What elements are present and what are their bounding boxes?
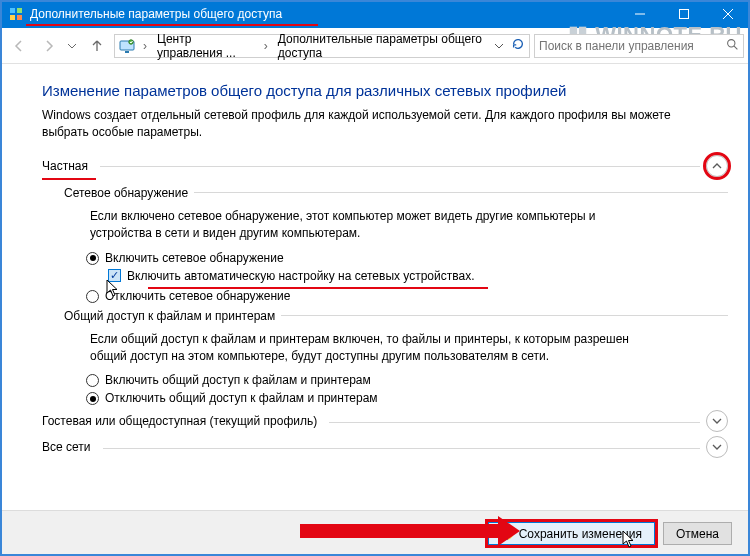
- close-button[interactable]: [706, 0, 750, 28]
- cancel-button[interactable]: Отмена: [663, 522, 732, 545]
- subsection-network-discovery: Сетевое обнаружение Если включено сетево…: [64, 186, 728, 303]
- svg-point-15: [728, 39, 735, 46]
- collapse-button[interactable]: [706, 155, 728, 177]
- minimize-button[interactable]: [618, 0, 662, 28]
- annotation-underline: [26, 24, 318, 26]
- navigation-bar: › Центр управления ... › Дополнительные …: [0, 28, 750, 64]
- breadcrumb-item[interactable]: Центр управления ...: [155, 32, 256, 60]
- back-button[interactable]: [6, 33, 32, 59]
- footer: Сохранить изменения Отмена: [0, 510, 750, 556]
- address-dropdown[interactable]: [493, 42, 505, 50]
- maximize-button[interactable]: [662, 0, 706, 28]
- svg-rect-0: [10, 8, 15, 13]
- subsection-text: Если общий доступ к файлам и принтерам в…: [90, 331, 650, 366]
- page-description: Windows создает отдельный сетевой профил…: [42, 107, 682, 142]
- radio-disable-discovery[interactable]: Отключить сетевое обнаружение: [86, 289, 728, 303]
- search-icon: [726, 38, 739, 54]
- radio-disable-share[interactable]: Отключить общий доступ к файлам и принте…: [86, 391, 728, 405]
- section-label: Все сети: [42, 440, 97, 454]
- subsection-title: Сетевое обнаружение: [64, 186, 194, 200]
- svg-rect-5: [680, 10, 689, 19]
- history-dropdown[interactable]: [66, 42, 78, 50]
- radio-enable-share[interactable]: Включить общий доступ к файлам и принтер…: [86, 373, 728, 387]
- expand-button[interactable]: [706, 410, 728, 432]
- section-all-networks: Все сети: [42, 437, 728, 457]
- subsection-title: Общий доступ к файлам и принтерам: [64, 309, 281, 323]
- content-area: Изменение параметров общего доступа для …: [0, 64, 750, 510]
- expand-button[interactable]: [706, 436, 728, 458]
- section-guest: Гостевая или общедоступная (текущий проф…: [42, 411, 728, 431]
- control-panel-icon: [119, 38, 135, 54]
- uac-shield-icon: [501, 527, 515, 541]
- annotation-underline: [148, 287, 488, 289]
- svg-rect-1: [17, 8, 22, 13]
- svg-rect-13: [125, 51, 129, 53]
- svg-line-16: [734, 46, 737, 49]
- search-box[interactable]: [534, 34, 744, 58]
- window-title: Дополнительные параметры общего доступа: [30, 7, 618, 21]
- section-private: Частная Сетевое обнаружение Если включен…: [42, 156, 728, 406]
- window-icon: [8, 6, 24, 22]
- section-label: Частная: [42, 159, 94, 173]
- forward-button[interactable]: [36, 33, 62, 59]
- svg-rect-2: [10, 15, 15, 20]
- radio-enable-discovery[interactable]: Включить сетевое обнаружение: [86, 251, 728, 265]
- checkbox-auto-setup[interactable]: Включить автоматическую настройку на сет…: [108, 269, 728, 283]
- title-bar: Дополнительные параметры общего доступа: [0, 0, 750, 28]
- subsection-file-printer: Общий доступ к файлам и принтерам Если о…: [64, 309, 728, 406]
- breadcrumb-item[interactable]: Дополнительные параметры общего доступа: [276, 32, 489, 60]
- chevron-right-icon[interactable]: ›: [139, 39, 151, 53]
- section-label: Гостевая или общедоступная (текущий проф…: [42, 414, 323, 428]
- svg-rect-3: [17, 15, 22, 20]
- chevron-right-icon[interactable]: ›: [260, 39, 272, 53]
- refresh-button[interactable]: [511, 37, 525, 54]
- subsection-text: Если включено сетевое обнаружение, этот …: [90, 208, 650, 243]
- address-bar[interactable]: › Центр управления ... › Дополнительные …: [114, 34, 530, 58]
- search-input[interactable]: [539, 39, 722, 53]
- save-button[interactable]: Сохранить изменения: [488, 522, 655, 545]
- page-title: Изменение параметров общего доступа для …: [42, 82, 728, 99]
- up-button[interactable]: [84, 33, 110, 59]
- window-controls: [618, 0, 750, 28]
- annotation-underline: [42, 178, 96, 180]
